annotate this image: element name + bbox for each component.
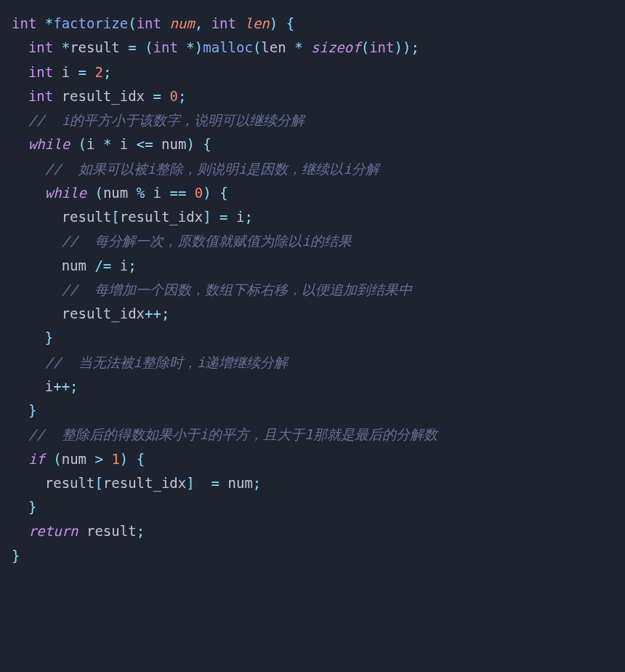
keyword-sizeof: sizeof [311,39,361,55]
brace: { [203,136,211,152]
semicolon: ; [411,39,419,55]
var-result: result [86,523,137,539]
paren: ) [120,451,128,467]
paren: ) [195,39,203,55]
comment: // 当无法被i整除时，i递增继续分解 [45,354,289,370]
var-result: result [45,475,95,491]
semicolon: ; [244,209,252,225]
operator-eq: = [78,64,86,80]
param-num: num [169,15,194,31]
brace: } [28,402,36,418]
code-block: int *factorize(int num, int len) { int *… [12,12,613,568]
keyword-return: return [28,523,78,539]
keyword-int: int [12,15,36,31]
brace: { [219,185,227,201]
keyword-int: int [137,15,161,31]
number: 0 [169,88,177,104]
bracket: ] [203,209,211,225]
operator-eq: = [219,209,227,225]
paren: ( [128,15,136,31]
comment: // 每分解一次，原数值就赋值为除以i的结果 [62,233,352,249]
comma: , [195,15,203,31]
var-result: result [70,39,120,55]
var-i: i [120,257,128,273]
paren: ) [270,15,278,31]
var-num: num [161,136,186,152]
function-name: factorize [53,15,128,31]
semicolon: ; [178,88,186,104]
operator-mod: % [137,185,145,201]
paren: ) [203,185,211,201]
semicolon: ; [137,523,145,539]
comment: // i的平方小于该数字，说明可以继续分解 [28,112,305,128]
bracket: [ [111,209,119,225]
brace: } [28,499,36,515]
semicolon: ; [253,475,261,491]
var-num: num [228,475,253,491]
paren: ( [361,39,369,55]
operator-star: * [186,39,194,55]
number: 1 [111,451,119,467]
var-i: i [120,136,128,152]
var-i: i [153,185,161,201]
keyword-int: int [28,39,53,55]
semicolon: ; [70,378,78,394]
semicolon: ; [103,64,111,80]
keyword-int: int [369,39,394,55]
paren: ( [53,451,61,467]
var-result-idx: result_idx [62,305,145,321]
paren: ) [403,39,411,55]
brace: { [286,15,294,31]
operator-star: * [45,15,53,31]
keyword-if: if [28,451,45,467]
comment: // 如果可以被i整除，则说明i是因数，继续以i分解 [45,161,379,177]
operator-inc: ++ [145,305,161,321]
var-result-idx: result_idx [103,475,186,491]
param-len: len [244,15,269,31]
function-malloc: malloc [203,39,253,55]
keyword-while: while [28,136,70,152]
keyword-int: int [28,64,53,80]
bracket: [ [94,475,102,491]
operator-gt: > [94,451,102,467]
paren: ( [78,136,86,152]
semicolon: ; [161,305,169,321]
brace: } [12,548,20,564]
brace: { [137,451,145,467]
var-i: i [62,64,70,80]
paren: ( [94,185,102,201]
semicolon: ; [128,257,136,273]
operator-star: * [62,39,70,55]
keyword-int: int [28,88,53,104]
keyword-int: int [211,15,236,31]
var-num: num [103,185,128,201]
paren: ) [186,136,194,152]
paren: ( [253,39,261,55]
var-num: num [62,257,86,273]
operator-eq: = [211,475,219,491]
number: 0 [195,185,203,201]
var-i: i [236,209,244,225]
bracket: ] [186,475,194,491]
operator-inc: ++ [53,378,70,394]
paren: ) [394,39,402,55]
var-num: num [62,451,86,467]
var-result-idx: result_idx [62,88,145,104]
operator-eq: = [128,39,136,55]
keyword-while: while [45,185,86,201]
operator-lte: <= [137,136,153,152]
keyword-int: int [153,39,178,55]
operator-mul: * [103,136,111,152]
var-i: i [86,136,94,152]
comment: // 整除后的得数如果小于i的平方，且大于1那就是最后的分解数 [28,426,438,442]
operator-eq: = [153,88,161,104]
paren: ( [145,39,153,55]
var-len: len [261,39,286,55]
comment: // 每增加一个因数，数组下标右移，以便追加到结果中 [62,281,413,297]
operator-diveq: /= [94,257,111,273]
var-result-idx: result_idx [120,209,203,225]
var-i: i [45,378,53,394]
brace: } [45,329,53,345]
number: 2 [94,64,102,80]
var-result: result [62,209,112,225]
